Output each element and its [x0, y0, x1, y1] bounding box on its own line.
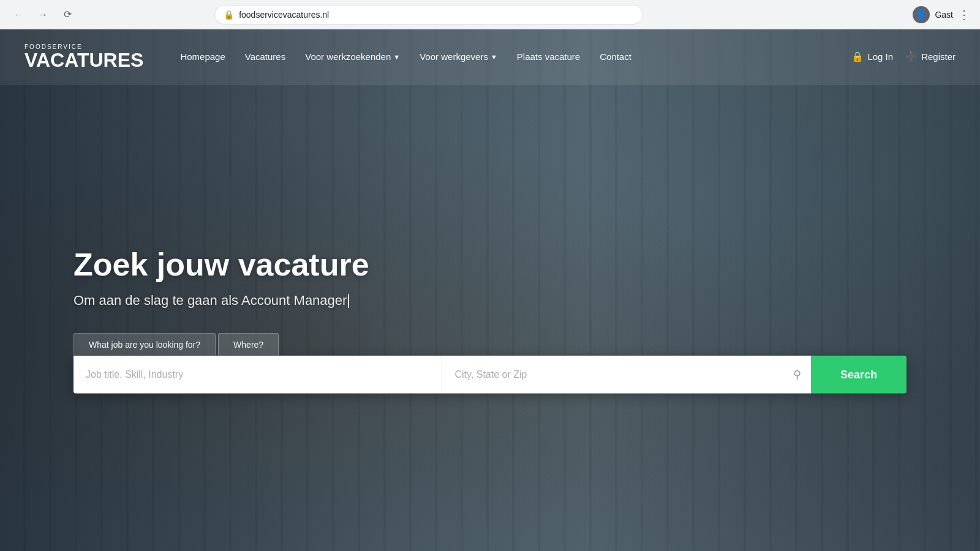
nav-voor-werkzoekenden[interactable]: Voor werkzoekenden ▼ [305, 51, 400, 62]
location-search-input[interactable] [442, 356, 793, 394]
address-bar[interactable]: 🔒 foodservicevacatures.nl [214, 5, 643, 24]
location-pin-icon: ⚲ [793, 368, 811, 381]
job-search-input[interactable] [74, 356, 442, 394]
text-cursor [348, 294, 349, 308]
search-tab-where[interactable]: Where? [218, 333, 279, 356]
back-button[interactable]: ← [10, 6, 27, 23]
hero-subtitle: Om aan de slag te gaan als Account Manag… [74, 293, 907, 309]
hero-title: Zoek jouw vacature [74, 246, 907, 283]
nav-voor-werkgevers[interactable]: Voor werkgevers ▼ [420, 51, 497, 62]
logo-main-text: VACATURES [24, 50, 143, 70]
hero-content: Zoek jouw vacature Om aan de slag te gaa… [0, 246, 980, 394]
browser-menu-button[interactable]: ⋮ [958, 7, 970, 22]
nav-links: Homepage Vacatures Voor werkzoekenden ▼ … [180, 51, 851, 62]
logo[interactable]: FOODSERVICE VACATURES [24, 43, 143, 70]
login-link[interactable]: 🔒 Log In [851, 51, 893, 62]
nav-vacatures[interactable]: Vacatures [245, 51, 285, 62]
page: FOODSERVICE VACATURES Homepage Vacatures… [0, 29, 980, 551]
plus-circle-icon: ➕ [905, 51, 918, 62]
forward-button[interactable]: → [34, 6, 51, 23]
nav-plaats-vacature[interactable]: Plaats vacature [517, 51, 580, 62]
nav-contact[interactable]: Contact [600, 51, 631, 62]
register-link[interactable]: ➕ Register [905, 51, 956, 62]
user-label: Gast [935, 10, 953, 20]
navbar: FOODSERVICE VACATURES Homepage Vacatures… [0, 29, 980, 84]
location-input-wrap: ⚲ [442, 356, 810, 394]
chevron-down-icon: ▼ [491, 53, 497, 61]
nav-homepage[interactable]: Homepage [180, 51, 225, 62]
lock-icon: 🔒 [851, 51, 864, 62]
job-input-wrap [74, 356, 442, 394]
nav-auth: 🔒 Log In ➕ Register [851, 51, 956, 62]
hero-section: FOODSERVICE VACATURES Homepage Vacatures… [0, 29, 980, 551]
browser-right-controls: 👤 Gast ⋮ [913, 6, 970, 23]
search-tab-what[interactable]: What job are you looking for? [74, 333, 216, 356]
search-tabs: What job are you looking for? Where? [74, 333, 907, 356]
lock-icon: 🔒 [224, 10, 234, 20]
search-button[interactable]: Search [811, 356, 907, 394]
browser-chrome: ← → ⟳ 🔒 foodservicevacatures.nl 👤 Gast ⋮ [0, 0, 980, 29]
chevron-down-icon: ▼ [393, 53, 400, 61]
user-avatar-icon: 👤 [913, 6, 930, 23]
search-bar: ⚲ Search [74, 356, 907, 394]
reload-button[interactable]: ⟳ [59, 6, 76, 23]
url-text: foodservicevacatures.nl [239, 10, 329, 20]
